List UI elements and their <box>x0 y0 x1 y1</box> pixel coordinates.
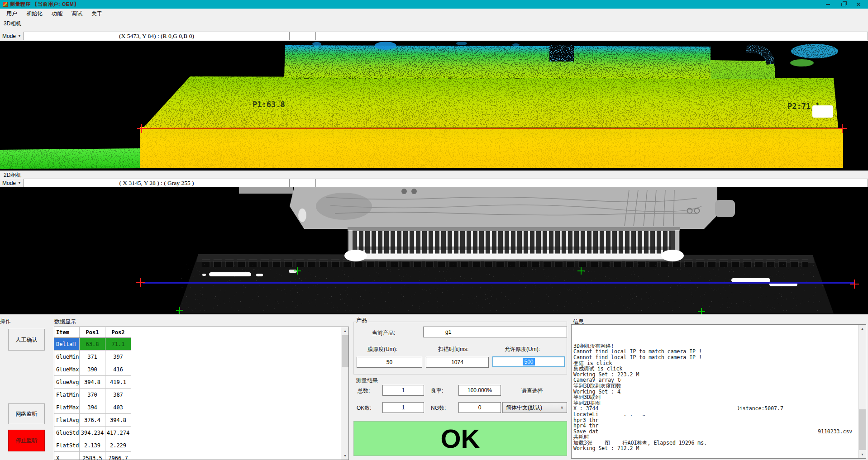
network-listen-button[interactable]: 网络监听 <box>8 403 45 424</box>
camera3d-viewport[interactable]: P1:63.8 P2:71.1 <box>0 41 868 171</box>
camera3d-mode-bar: Mode ▼ (X 5473, Y 84) : (R 0,G 0,B 0) <box>0 32 868 40</box>
camera2d-mode-bar: Mode ▼ ( X 3145, Y 28 ) : ( Gray 255 ) <box>0 179 868 187</box>
language-select[interactable]: 简体中文(默认) ∨ <box>502 402 567 413</box>
redaction-blob <box>812 105 833 118</box>
minimize-icon <box>826 4 830 5</box>
redaction-blob <box>769 420 855 426</box>
menu-item[interactable]: 功能 <box>47 9 67 19</box>
scroll-thumb[interactable] <box>342 335 348 367</box>
total-label: 总数: <box>358 387 370 395</box>
data-scrollbar[interactable]: ▲ ▼ <box>341 327 348 460</box>
mode-dropdown-2d[interactable]: Mode ▼ <box>0 179 24 187</box>
table-row[interactable]: FlatAvg 376.4 394.8 <box>54 414 131 427</box>
ok-count-label: OK数: <box>357 404 372 412</box>
scroll-thumb[interactable] <box>859 409 866 450</box>
camera2d-label: 2D相机 <box>4 171 21 179</box>
chevron-down-icon: ▼ <box>18 34 21 38</box>
app-window: 测量程序 【当前用户: OEM】 ✕ 用户初始化功能调试关于 3D相机 Mode… <box>0 0 868 460</box>
table-body: DeltaH 63.8 71.1 GlueMin 371 397 GlueMax… <box>54 338 131 460</box>
table-row[interactable]: GlueMin 371 397 <box>54 351 131 363</box>
menu-item[interactable]: 用户 <box>2 9 22 19</box>
measurement-table: Item Pos1 Pos2 DeltaH 63.8 71.1 GlueMin … <box>54 327 131 460</box>
table-row[interactable]: GlueStd 394.234 417.274 <box>54 427 131 439</box>
log-line: Working Set : 712.2 M <box>573 446 854 451</box>
p1-measure-label: P1:63.8 <box>253 100 285 109</box>
menu-item[interactable]: 调试 <box>67 9 87 19</box>
mode-bar-box <box>316 32 868 40</box>
data-display-label: 数据显示 <box>54 318 76 326</box>
mode-dropdown-3d[interactable]: Mode ▼ <box>0 32 24 40</box>
scroll-up-icon[interactable]: ▲ <box>858 325 866 332</box>
ng-count-label: NG数: <box>431 404 446 412</box>
close-button[interactable]: ✕ <box>851 0 866 9</box>
redaction-blob <box>424 327 445 337</box>
camera3d-label: 3D相机 <box>4 20 21 28</box>
title-bar: 测量程序 【当前用户: OEM】 ✕ <box>0 0 868 9</box>
camera2d-viewport[interactable] <box>0 187 868 314</box>
stop-listen-button[interactable]: 停止监听 <box>8 430 45 451</box>
ok-count-input[interactable]: 1 <box>382 402 424 413</box>
language-label: 语言选择 <box>521 387 543 395</box>
total-input[interactable]: 1 <box>382 385 424 396</box>
yield-input[interactable]: 100.000% <box>458 385 501 396</box>
scroll-down-icon[interactable]: ▼ <box>858 451 866 458</box>
operation-label: 操作 <box>0 318 11 325</box>
col-pos1: Pos1 <box>80 327 105 337</box>
chevron-down-icon: ∨ <box>560 405 563 410</box>
grayscale-2d <box>0 187 868 314</box>
language-selected-value: 简体中文(默认) <box>506 404 542 412</box>
log-line: Save dat 9110233.csv <box>573 429 854 435</box>
maximize-button[interactable] <box>835 0 851 9</box>
info-scrollbar[interactable]: ▲ ▼ <box>858 325 866 458</box>
window-title: 测量程序 【当前用户: OEM】 <box>10 1 79 8</box>
log-line: 共耗时 <box>573 434 854 440</box>
mode-bar-box <box>290 32 316 40</box>
heightmap-3d: P1:63.8 P2:71.1 <box>0 41 868 171</box>
menu-item[interactable]: 初始化 <box>22 9 47 19</box>
alignment-line <box>143 282 854 284</box>
col-item: Item <box>54 327 80 337</box>
selected-text: 500 <box>523 358 534 365</box>
table-row[interactable]: GlueAvg 394.8 419.1 <box>54 376 131 389</box>
log-line: 集成调试 is click <box>573 366 854 372</box>
manual-confirm-button[interactable]: 人工确认 <box>8 329 45 351</box>
pixel-readout-3d: (X 5473, Y 84) : (R 0,G 0,B 0) <box>24 32 290 40</box>
close-icon: ✕ <box>856 2 861 7</box>
table-header: Item Pos1 Pos2 <box>54 327 131 338</box>
yield-label: 良率: <box>431 387 443 395</box>
table-row[interactable]: FlatStd 2.139 2.229 <box>54 439 131 452</box>
marker-cross-right-2d <box>850 280 859 289</box>
result-status-indicator: OK <box>353 421 567 456</box>
col-pos2: Pos2 <box>105 327 131 337</box>
results-label: 测量结果 <box>356 377 378 384</box>
allowed-thickness-input[interactable]: 500 <box>492 356 565 367</box>
current-product-label: 当前产品: <box>372 329 395 337</box>
app-icon <box>3 2 8 7</box>
film-thickness-input[interactable]: 50 <box>357 357 422 368</box>
mode-bar-box <box>290 179 316 187</box>
table-row[interactable]: FlatMax 394 403 <box>54 401 131 414</box>
scroll-up-icon[interactable]: ▲ <box>341 327 349 335</box>
ng-count-input[interactable]: 0 <box>458 402 501 413</box>
table-row[interactable]: DeltaH 63.8 71.1 <box>54 338 131 351</box>
allowed-thickness-label: 允许厚度(Um): <box>505 346 540 353</box>
table-row[interactable]: X 2583.5 7966.7 <box>54 452 131 460</box>
data-display-panel: Item Pos1 Pos2 DeltaH 63.8 71.1 GlueMin … <box>54 327 349 460</box>
chevron-down-icon: ▼ <box>18 181 21 185</box>
marker-cross-left-2d <box>136 278 145 287</box>
table-row[interactable]: FlatMin 370 387 <box>54 389 131 401</box>
scroll-down-icon[interactable]: ▼ <box>341 452 349 460</box>
pixel-readout-2d: ( X 3145, Y 28 ) : ( Gray 255 ) <box>24 179 290 187</box>
mode-bar-box <box>316 179 868 187</box>
minimize-button[interactable] <box>820 0 835 9</box>
film-thickness-label: 膜厚度(Um): <box>367 346 397 353</box>
scan-time-label: 扫描时间ms: <box>438 346 468 353</box>
menu-item[interactable]: 关于 <box>87 9 107 19</box>
scan-time-input[interactable]: 1074 <box>426 357 489 368</box>
restore-icon <box>841 3 845 6</box>
table-row[interactable]: GlueMax 390 416 <box>54 363 131 376</box>
menu-bar: 用户初始化功能调试关于 <box>0 9 868 19</box>
log-line: Cannot find local IP to match camera IP … <box>573 355 854 360</box>
mode-label: Mode <box>2 33 16 39</box>
redaction-blob <box>742 410 819 417</box>
